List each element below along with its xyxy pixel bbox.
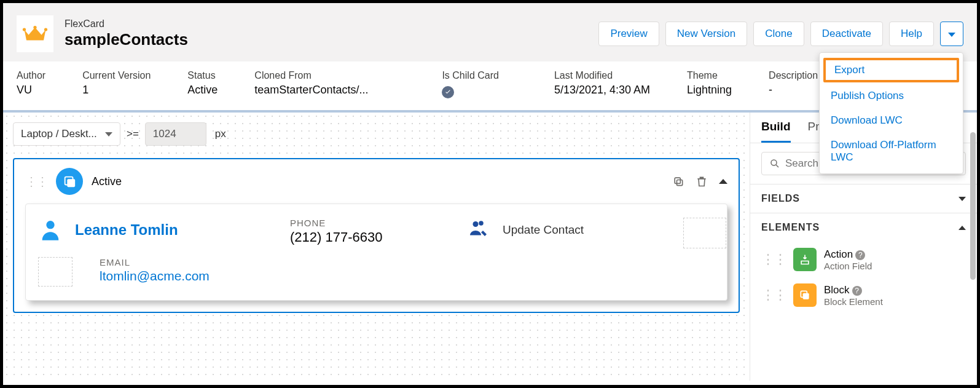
svg-point-0 bbox=[23, 28, 26, 31]
flexcard-crown-icon bbox=[17, 15, 53, 52]
meta-author: Author VU bbox=[17, 70, 45, 99]
meta-value: 5/13/2021, 4:30 AM bbox=[554, 84, 650, 97]
header-actions: Preview New Version Clone Deactivate Hel… bbox=[598, 22, 963, 46]
email-link[interactable]: ltomlin@acme.com bbox=[100, 269, 715, 283]
person-icon bbox=[38, 218, 63, 242]
header-title: FlexCard sampleContacts bbox=[65, 18, 188, 50]
chevron-up-icon[interactable] bbox=[719, 179, 727, 184]
svg-rect-5 bbox=[675, 178, 680, 183]
svg-rect-4 bbox=[67, 179, 75, 187]
people-edit-icon bbox=[468, 218, 490, 242]
svg-point-9 bbox=[479, 221, 484, 226]
more-actions-dropdown-button[interactable] bbox=[940, 22, 963, 46]
element-subtitle: Action Field bbox=[824, 261, 872, 271]
meta-label: Cloned From bbox=[254, 70, 368, 81]
meta-label: Author bbox=[17, 70, 45, 81]
chevron-down-icon bbox=[948, 33, 955, 37]
email-label: EMAIL bbox=[100, 257, 715, 267]
meta-value bbox=[442, 84, 498, 99]
state-label: Active bbox=[92, 175, 122, 188]
svg-point-2 bbox=[44, 28, 47, 31]
meta-label: Theme bbox=[687, 70, 732, 81]
block-icon bbox=[793, 283, 817, 307]
preview-button[interactable]: Preview bbox=[598, 22, 659, 46]
meta-value: - bbox=[769, 84, 818, 97]
help-icon[interactable]: ? bbox=[855, 250, 865, 260]
phone-value: (212) 177-6630 bbox=[290, 229, 462, 245]
menu-item-download-lwc[interactable]: Download LWC bbox=[820, 108, 963, 133]
meta-label: Is Child Card bbox=[442, 70, 498, 81]
scrollbar[interactable] bbox=[970, 132, 976, 280]
svg-point-1 bbox=[33, 26, 36, 29]
meta-value: 1 bbox=[82, 84, 151, 97]
meta-value: Lightning bbox=[687, 84, 732, 97]
meta-status: Status Active bbox=[187, 70, 218, 99]
device-label: Laptop / Deskt... bbox=[21, 128, 97, 140]
svg-point-10 bbox=[771, 160, 777, 165]
operator-label: >= bbox=[127, 128, 139, 140]
menu-item-publish-options[interactable]: Publish Options bbox=[820, 84, 963, 108]
menu-item-download-off-platform[interactable]: Download Off-Platform LWC bbox=[820, 133, 963, 170]
card-name: sampleContacts bbox=[65, 30, 188, 50]
update-contact-action[interactable]: Update Contact bbox=[468, 218, 677, 242]
more-actions-menu: Export Publish Options Download LWC Down… bbox=[819, 52, 963, 174]
meta-is-child: Is Child Card bbox=[442, 70, 498, 99]
meta-value: VU bbox=[17, 84, 45, 97]
contact-name-link[interactable]: Leanne Tomlin bbox=[75, 221, 178, 239]
meta-value: teamStarterContacts/... bbox=[254, 84, 368, 97]
svg-point-8 bbox=[473, 221, 479, 227]
width-input[interactable] bbox=[145, 122, 206, 146]
drag-handle-icon[interactable]: ⋮⋮ bbox=[25, 174, 47, 189]
svg-rect-12 bbox=[803, 293, 809, 299]
svg-rect-6 bbox=[677, 180, 683, 186]
deactivate-button[interactable]: Deactivate bbox=[810, 22, 883, 46]
meta-current-version: Current Version 1 bbox=[82, 70, 151, 99]
px-label: px bbox=[215, 128, 226, 140]
trash-icon[interactable] bbox=[696, 175, 708, 188]
new-version-button[interactable]: New Version bbox=[665, 22, 747, 46]
chevron-up-icon bbox=[958, 226, 966, 230]
search-icon bbox=[769, 158, 780, 169]
chevron-down-icon bbox=[958, 197, 966, 201]
email-field: EMAIL ltomlin@acme.com bbox=[100, 257, 715, 283]
drag-handle-icon[interactable]: ⋮⋮ bbox=[761, 251, 786, 267]
meta-value: Active bbox=[187, 84, 218, 97]
meta-label: Current Version bbox=[82, 70, 151, 81]
clone-icon[interactable] bbox=[672, 175, 684, 188]
meta-label: Status bbox=[187, 70, 218, 81]
contact-name-field: Leanne Tomlin bbox=[38, 218, 284, 242]
check-circle-icon bbox=[442, 86, 454, 98]
chevron-down-icon bbox=[105, 132, 112, 137]
meta-theme: Theme Lightning bbox=[687, 70, 732, 99]
element-action[interactable]: ⋮⋮ Action? Action Field bbox=[750, 242, 977, 277]
element-subtitle: Block Element bbox=[824, 296, 883, 307]
help-icon[interactable]: ? bbox=[852, 286, 862, 296]
svg-point-7 bbox=[46, 221, 54, 229]
state-block[interactable]: ⋮⋮ Active Leanne Tomlin bbox=[13, 158, 740, 313]
card-preview[interactable]: Leanne Tomlin PHONE (212) 177-6630 Updat… bbox=[25, 204, 727, 301]
element-title: Action bbox=[824, 248, 853, 260]
drag-handle-icon[interactable]: ⋮⋮ bbox=[761, 287, 786, 303]
tab-build[interactable]: Build bbox=[761, 120, 791, 143]
update-contact-label: Update Contact bbox=[503, 223, 584, 237]
phone-field: PHONE (212) 177-6630 bbox=[290, 218, 462, 245]
section-fields[interactable]: FIELDS bbox=[750, 184, 977, 213]
element-title: Block bbox=[824, 284, 850, 296]
section-elements[interactable]: ELEMENTS bbox=[750, 213, 977, 242]
device-select[interactable]: Laptop / Deskt... bbox=[13, 122, 120, 146]
meta-cloned-from: Cloned From teamStarterContacts/... bbox=[254, 70, 368, 99]
state-icon bbox=[56, 168, 83, 195]
meta-label: Description bbox=[769, 70, 818, 81]
meta-description: Description - bbox=[769, 70, 818, 99]
element-block[interactable]: ⋮⋮ Block? Block Element bbox=[750, 277, 977, 313]
empty-slot[interactable] bbox=[683, 218, 726, 248]
action-icon bbox=[793, 248, 817, 271]
empty-slot[interactable] bbox=[38, 257, 73, 287]
canvas-area: Laptop / Deskt... >= px ⋮⋮ Active bbox=[3, 113, 750, 381]
help-button[interactable]: Help bbox=[889, 22, 934, 46]
clone-button[interactable]: Clone bbox=[753, 22, 804, 46]
meta-last-modified: Last Modified 5/13/2021, 4:30 AM bbox=[554, 70, 650, 99]
state-header: ⋮⋮ Active bbox=[14, 159, 739, 204]
meta-label: Last Modified bbox=[554, 70, 650, 81]
menu-item-export[interactable]: Export bbox=[823, 58, 959, 82]
